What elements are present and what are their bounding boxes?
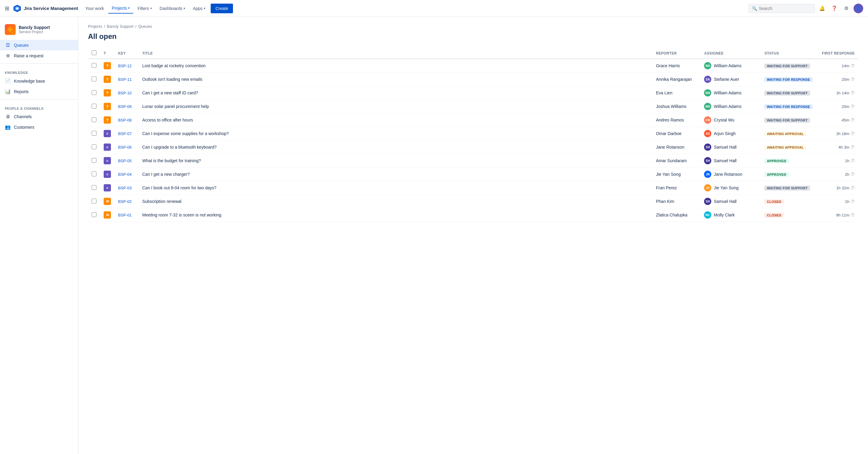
notifications-button[interactable]: 🔔	[817, 4, 827, 13]
help-button[interactable]: ❓	[830, 4, 839, 13]
select-all-checkbox[interactable]	[92, 50, 96, 55]
header-first-response[interactable]: First response	[816, 48, 858, 59]
raise-request-icon: ⊕	[5, 53, 11, 59]
issue-key[interactable]: BSP-12	[118, 64, 132, 68]
logo[interactable]: Jira Service Management	[13, 4, 78, 13]
sidebar-item-reports[interactable]: 📊 Reports	[0, 86, 78, 97]
assignee-avatar: MC	[704, 211, 711, 218]
assignee-cell: SA Stefanie Auer	[704, 75, 757, 83]
row-checkbox-5[interactable]	[92, 131, 96, 135]
issue-key[interactable]: BSP-11	[118, 77, 132, 82]
row-checkbox-1[interactable]	[92, 77, 96, 81]
issue-title[interactable]: Meeting room 7-32 is sceen is not workin…	[138, 208, 652, 222]
response-time: 8h 11m ⏱	[820, 213, 855, 217]
response-time: 20m ⏱	[820, 77, 855, 82]
nav-filters[interactable]: Filters ▾	[134, 4, 155, 13]
row-checkbox-6[interactable]	[92, 144, 96, 149]
breadcrumb-queues[interactable]: Queues	[138, 24, 152, 29]
row-checkbox-11[interactable]	[92, 212, 96, 217]
nav-your-work[interactable]: Your work	[82, 4, 107, 13]
response-time: 1h ⏱	[820, 199, 855, 204]
header-status[interactable]: Status	[761, 48, 816, 59]
issue-key[interactable]: BSP-01	[118, 213, 132, 217]
row-checkbox-4[interactable]	[92, 117, 96, 122]
sidebar-item-raise-request[interactable]: ⊕ Raise a request	[0, 50, 78, 61]
clock-icon: ⏱	[850, 118, 855, 122]
clock-icon: ⏱	[850, 77, 855, 82]
issue-title[interactable]: Can I expense some supplies for a worksh…	[138, 127, 652, 141]
table-row: ? BSP-09 Lunar solar panel procurement h…	[88, 100, 858, 113]
sidebar-item-queues[interactable]: ☰ Queues	[0, 40, 78, 50]
assignee-avatar: JR	[704, 171, 711, 178]
response-time: 14m ⏱	[820, 63, 855, 68]
issue-title[interactable]: Can I book out 8-04 room for two days?	[138, 181, 652, 195]
row-checkbox-3[interactable]	[92, 104, 96, 109]
nav-projects[interactable]: Projects ▾	[108, 3, 133, 13]
clock-icon: ⏱	[850, 199, 855, 204]
avatar[interactable]: 👤	[854, 4, 863, 13]
sidebar-item-customers[interactable]: 👥 Customers	[0, 122, 78, 132]
issue-title[interactable]: What is the budget for training?	[138, 154, 652, 168]
breadcrumb-bancly-support[interactable]: Bancly Support	[107, 24, 133, 29]
settings-button[interactable]: ⚙	[841, 4, 851, 13]
project-name: Bancly Support	[19, 25, 50, 30]
queue-table: T Key Title Reporter Assignee Status Fir…	[88, 48, 858, 222]
issue-title[interactable]: Can I upgrade to a bluetooth keyboard?	[138, 141, 652, 154]
assignee-cell: SH Samuel Hall	[704, 198, 757, 205]
assignee-name: Samuel Hall	[714, 158, 736, 163]
nav-dashboards[interactable]: Dashboards ▾	[156, 4, 189, 13]
issue-key[interactable]: BSP-05	[118, 158, 132, 163]
row-checkbox-2[interactable]	[92, 90, 96, 95]
issue-key[interactable]: BSP-06	[118, 145, 132, 150]
issue-key[interactable]: BSP-08	[118, 118, 132, 122]
assignee-cell: SH Samuel Hall	[704, 157, 757, 164]
project-icon: 🔶	[5, 24, 16, 35]
grid-icon[interactable]: ⊞	[5, 5, 9, 12]
table-row: ≡ BSP-06 Can I upgrade to a bluetooth ke…	[88, 141, 858, 154]
reporter-name: Jie Yan Song	[652, 168, 701, 181]
response-value: 1h 14m	[836, 91, 849, 95]
issue-key[interactable]: BSP-03	[118, 186, 132, 190]
issue-title[interactable]: Outlook isn't loading new emails	[138, 73, 652, 86]
channels-icon: 🖥	[5, 114, 11, 119]
assignee-name: Samuel Hall	[714, 145, 736, 150]
header-key[interactable]: Key	[115, 48, 138, 59]
search-box[interactable]: 🔍	[749, 4, 815, 13]
type-icon: ≡	[104, 157, 111, 164]
clock-icon: ⏱	[850, 145, 855, 150]
nav-apps[interactable]: Apps ▾	[189, 4, 209, 13]
issue-key[interactable]: BSP-04	[118, 172, 132, 177]
issue-key[interactable]: BSP-02	[118, 199, 132, 204]
reports-icon: 📊	[5, 89, 11, 94]
header-title[interactable]: Title	[138, 48, 652, 59]
sidebar-divider-1	[0, 63, 78, 64]
assignee-avatar: SH	[704, 144, 711, 151]
header-assignee[interactable]: Assignee	[701, 48, 761, 59]
issue-key[interactable]: BSP-07	[118, 131, 132, 136]
breadcrumb: Projects / Bancly Support / Queues	[88, 24, 858, 29]
sidebar-item-knowledge-base[interactable]: 📄 Knowledge base	[0, 75, 78, 86]
issue-title[interactable]: Can I get a new staff ID card?	[138, 86, 652, 100]
search-icon: 🔍	[752, 6, 757, 11]
row-checkbox-0[interactable]	[92, 63, 96, 68]
issue-title[interactable]: Lost badge at rocketry convention	[138, 59, 652, 73]
reporter-name: Joshua Williams	[652, 100, 701, 113]
issue-key[interactable]: BSP-09	[118, 104, 132, 109]
row-checkbox-9[interactable]	[92, 185, 96, 190]
search-input[interactable]	[759, 6, 812, 11]
issue-title[interactable]: Access to office after hours	[138, 113, 652, 127]
issue-key[interactable]: BSP-10	[118, 91, 132, 95]
breadcrumb-projects[interactable]: Projects	[88, 24, 102, 29]
reporter-name: Andres Ramos	[652, 113, 701, 127]
row-checkbox-10[interactable]	[92, 199, 96, 204]
issue-title[interactable]: Lunar solar panel procurement help	[138, 100, 652, 113]
assignee-avatar: WA	[704, 89, 711, 96]
row-checkbox-7[interactable]	[92, 158, 96, 163]
issue-title[interactable]: Can I get a new charger?	[138, 168, 652, 181]
assignee-cell: SH Samuel Hall	[704, 144, 757, 151]
row-checkbox-8[interactable]	[92, 172, 96, 176]
header-reporter[interactable]: Reporter	[652, 48, 701, 59]
issue-title[interactable]: Subscription renewal	[138, 195, 652, 208]
sidebar-item-channels[interactable]: 🖥 Channels	[0, 112, 78, 122]
create-button[interactable]: Create	[211, 4, 233, 13]
